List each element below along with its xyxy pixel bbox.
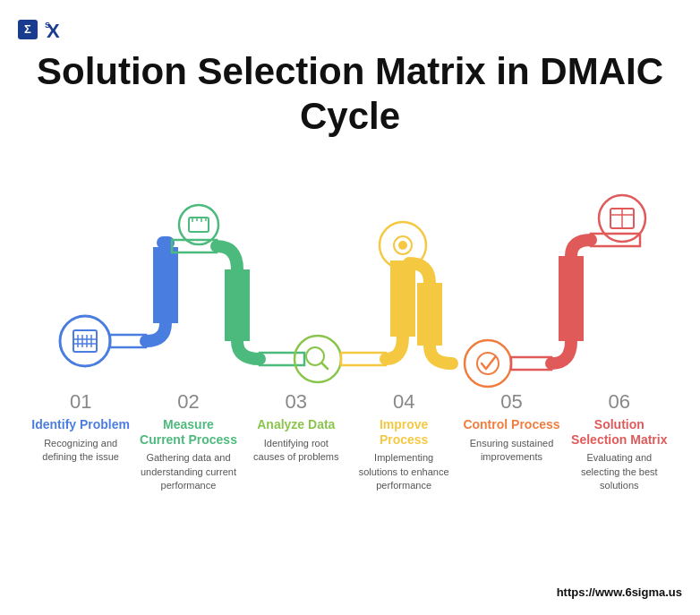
svg-text:Σ: Σ xyxy=(24,22,31,36)
svg-point-4 xyxy=(60,316,110,366)
svg-point-17 xyxy=(179,205,218,244)
logo: Σ X S xyxy=(18,16,63,52)
svg-point-34 xyxy=(398,241,407,250)
svg-point-27 xyxy=(306,347,324,365)
svg-point-38 xyxy=(477,353,499,374)
svg-line-28 xyxy=(322,363,328,369)
svg-rect-29 xyxy=(341,353,386,365)
svg-rect-5 xyxy=(73,330,97,352)
main-title-container: Solution Selection Matrix in DMAIC Cycle xyxy=(0,0,700,149)
svg-text:S: S xyxy=(45,21,50,30)
svg-rect-25 xyxy=(260,353,304,365)
page-title: Solution Selection Matrix in DMAIC Cycle xyxy=(0,49,700,140)
svg-point-26 xyxy=(295,336,341,382)
svg-point-37 xyxy=(465,340,511,387)
step-4-desc: Implementing solutions to enhance perfor… xyxy=(354,451,453,492)
footer-url: https://www.6sigma.us xyxy=(557,585,682,599)
pipes-diagram xyxy=(0,158,700,444)
step-2-desc: Gathering data and understanding current… xyxy=(139,451,237,492)
diagram-area xyxy=(0,158,700,444)
step-6-desc: Evaluating and selecting the best soluti… xyxy=(570,451,669,492)
